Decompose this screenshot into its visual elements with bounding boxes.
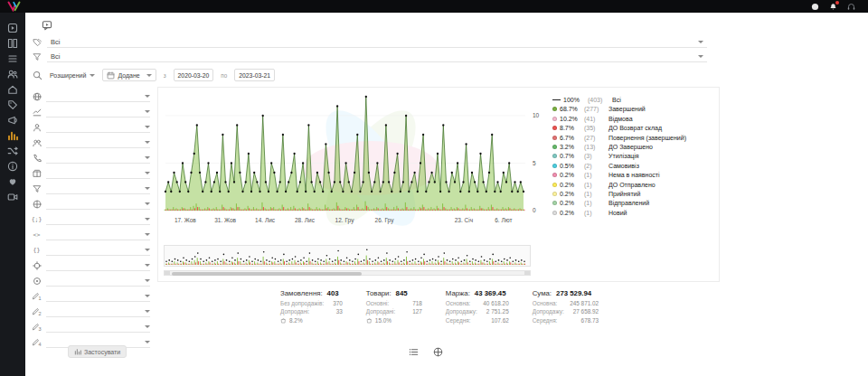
scrollbar-thumb[interactable] <box>172 272 362 276</box>
advanced-mode-value: Розширений <box>50 72 86 79</box>
date-to-input[interactable]: 2023-03-21 <box>234 69 275 81</box>
sidebar-item-analytics[interactable] <box>5 129 20 141</box>
svg-text:6. Лют: 6. Лют <box>495 217 512 223</box>
sidebar-item-boards[interactable] <box>5 37 20 49</box>
stat-column: Маржа:43 369.45Основна:40 618.20Допродаж… <box>446 289 509 324</box>
advanced-mode-select[interactable]: Розширений <box>50 70 95 81</box>
upsell-badge: 8.2% <box>280 317 343 324</box>
chevron-down-icon <box>146 74 152 77</box>
custom-field-2-select[interactable] <box>46 306 150 317</box>
stat-subrow: Основна:245 871.02 <box>533 300 599 306</box>
legend-item[interactable]: 100%(403)Всі <box>552 97 717 103</box>
chevron-down-icon <box>698 55 703 58</box>
app-logo-icon[interactable] <box>7 1 21 12</box>
chart-scrollbar[interactable] <box>164 270 531 276</box>
filter-row-1-select[interactable] <box>46 91 150 102</box>
legend-item[interactable]: 3.2%(13)ДО Завершено <box>552 144 717 150</box>
chart-card: 17. Жов31. Жов14. Лис28. Лис12. Гру26. Г… <box>157 87 720 282</box>
sidebar-item-orders[interactable] <box>5 52 20 64</box>
sidebar-item-customers[interactable] <box>5 68 20 80</box>
legend-item[interactable]: 68.7%(277)Завершений <box>552 106 717 112</box>
apply-button[interactable]: Застосувати <box>68 345 127 358</box>
stat-value: 43 369.45 <box>475 289 506 297</box>
legend-item[interactable]: 0.2%(1)Нема в наявності <box>552 172 717 178</box>
globe-button[interactable] <box>433 347 443 357</box>
chart-legend: 100%(403)Всі68.7%(277)Завершений10.2%(41… <box>552 97 717 219</box>
filter-row-4-select[interactable] <box>46 137 150 148</box>
video-chat-icon[interactable] <box>42 20 52 31</box>
chevron-down-icon <box>145 295 150 297</box>
stat-subrow: Середня:678.73 <box>533 317 599 324</box>
filter-row-2 <box>25 104 157 119</box>
stat-value: 845 <box>396 289 408 297</box>
scrollbar-right-button[interactable] <box>524 271 530 275</box>
group-filter-select[interactable]: Всі <box>47 51 707 62</box>
filter-row-8 <box>25 196 157 212</box>
sidebar-item-products[interactable] <box>5 99 20 110</box>
custom-field-3-select[interactable] <box>46 322 150 333</box>
legend-item[interactable]: 0.2%(1)Новий <box>552 210 717 216</box>
scrollbar-left-button[interactable] <box>165 271 170 275</box>
sidebar-item-apps[interactable] <box>5 22 20 33</box>
legend-item[interactable]: 0.2%(1)Відправлений <box>552 200 717 206</box>
filter-row-6-select[interactable] <box>46 168 150 179</box>
date-from-input[interactable]: 2020-03-20 <box>174 69 214 81</box>
headset-button[interactable] <box>847 3 855 11</box>
chevron-down-icon <box>145 156 150 159</box>
legend-item[interactable]: 8.7%(35)ДО Возврат склад <box>552 125 717 131</box>
legend-dot-swatch <box>552 126 557 130</box>
avatar-button[interactable] <box>811 3 819 11</box>
listsmall-button[interactable] <box>409 347 419 357</box>
sidebar-item-tutorials[interactable] <box>5 191 20 202</box>
filter-row-11-select[interactable] <box>46 245 150 256</box>
orders-timeseries-chart[interactable]: 17. Жов31. Жов14. Лис28. Лис12. Гру26. Г… <box>164 93 552 238</box>
chevron-down-icon <box>145 249 150 251</box>
filter-row-2-select[interactable] <box>46 107 150 118</box>
filter-row-5-select[interactable] <box>46 153 150 164</box>
filter-row-3-select[interactable] <box>46 122 150 133</box>
custom-field-1-select[interactable] <box>46 291 150 302</box>
filter-row-7-select[interactable] <box>46 183 150 194</box>
legend-item[interactable]: 0.5%(2)Самовивіз <box>552 163 717 169</box>
box-icon <box>33 169 42 178</box>
svg-text:31. Жов: 31. Жов <box>214 217 236 223</box>
video-icon <box>7 192 18 202</box>
sidebar-item-support[interactable] <box>5 175 20 187</box>
svg-text:23. Січ: 23. Січ <box>455 217 473 223</box>
tags-icon <box>33 38 42 47</box>
sidebar-item-warehouse[interactable] <box>5 83 20 95</box>
filter-row-13-select[interactable] <box>46 276 150 287</box>
code-glyph-icon: {} <box>33 247 41 254</box>
date-field-select[interactable]: Додане <box>102 69 156 81</box>
legend-dot-swatch <box>552 154 557 158</box>
bag-icon <box>280 317 287 324</box>
play-icon <box>7 23 18 33</box>
legend-item[interactable]: 6.7%(27)Повернення (завершений) <box>552 135 717 141</box>
legend-item[interactable]: 10.2%(41)Відмова <box>552 116 717 122</box>
heart-icon <box>7 176 18 187</box>
legend-item[interactable]: 0.7%(3)Утилізація <box>552 153 717 159</box>
sidebar-item-info[interactable] <box>5 160 20 172</box>
filter-row-7 <box>25 181 157 196</box>
sidebar-item-marketing[interactable] <box>5 114 20 126</box>
code-glyph-icon: <> <box>33 231 41 239</box>
stat-column: Товари:845Основні:718Допродані:12715.0% <box>366 289 422 324</box>
sidebar-item-integrations[interactable] <box>5 145 20 156</box>
bell-button[interactable] <box>829 3 837 11</box>
legend-item[interactable]: 0.2%(1)ДО Отправлено <box>552 182 717 188</box>
filter-row-9-select[interactable] <box>46 214 150 225</box>
target-icon <box>33 277 42 286</box>
filter-row-8-select[interactable] <box>46 199 150 210</box>
status-filter-select[interactable]: Всі <box>47 36 707 48</box>
legend-item[interactable]: 0.2%(1)Прийнятий <box>552 191 717 197</box>
chevron-down-icon <box>145 172 150 174</box>
filter-row-10-select[interactable] <box>46 230 150 240</box>
chevron-down-icon <box>145 233 150 236</box>
custom-field-2: 2 <box>25 304 157 319</box>
group-filter-row: Всі <box>33 51 707 62</box>
chart-brush[interactable] <box>164 245 531 267</box>
list-icon <box>7 53 18 64</box>
avatar-icon <box>811 3 819 11</box>
bottom-actions <box>409 347 443 357</box>
filter-row-12-select[interactable] <box>46 260 150 271</box>
